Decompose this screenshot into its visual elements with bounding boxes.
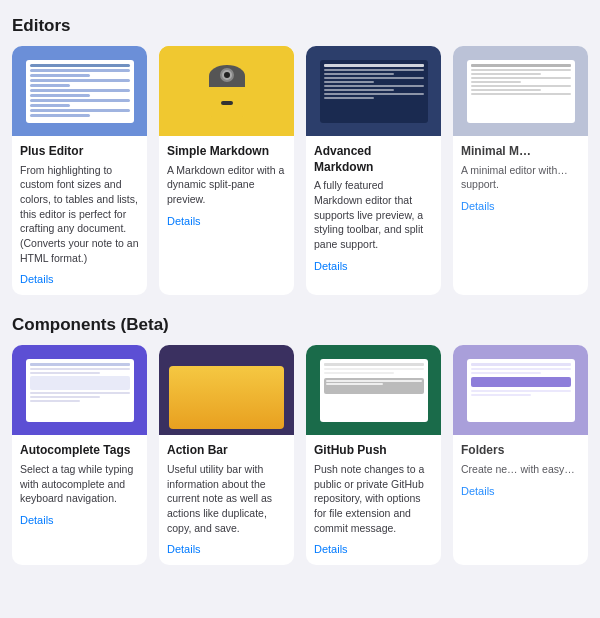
thumb-folders (453, 345, 588, 435)
folders-desc: Create ne… with easy… (461, 462, 580, 477)
page-container: Editors Plus Edito (12, 16, 588, 565)
minimal-markdown-desc: A minimal editor with… support. (461, 163, 580, 192)
thumb-plus-editor (12, 46, 147, 136)
simple-markdown-details-link[interactable]: Details (167, 215, 201, 227)
card-action-bar: Action Bar Useful utility bar with infor… (159, 345, 294, 565)
action-bar-desc: Useful utility bar with information abou… (167, 462, 286, 535)
thumb-github-push (306, 345, 441, 435)
simple-markdown-title: Simple Markdown (167, 144, 286, 160)
thumb-advanced-markdown (306, 46, 441, 136)
editors-section-title: Editors (12, 16, 588, 36)
plus-editor-title: Plus Editor (20, 144, 139, 160)
thumb-minimal-markdown (453, 46, 588, 136)
card-simple-markdown: Simple Markdown A Markdown editor with a… (159, 46, 294, 295)
github-push-title: GitHub Push (314, 443, 433, 459)
components-grid: Autocomplete Tags Select a tag while typ… (12, 345, 588, 565)
github-push-desc: Push note changes to a public or private… (314, 462, 433, 535)
advanced-markdown-desc: A fully featured Markdown editor that su… (314, 178, 433, 251)
simple-markdown-desc: A Markdown editor with a dynamic split-p… (167, 163, 286, 207)
plus-editor-desc: From highlighting to custom font sizes a… (20, 163, 139, 266)
thumb-simple-markdown (159, 46, 294, 136)
github-push-details-link[interactable]: Details (314, 543, 348, 555)
card-plus-editor: Plus Editor From highlighting to custom … (12, 46, 147, 295)
advanced-markdown-details-link[interactable]: Details (314, 260, 348, 272)
folders-title: Folders (461, 443, 580, 459)
autocomplete-tags-details-link[interactable]: Details (20, 514, 54, 526)
action-bar-details-link[interactable]: Details (167, 543, 201, 555)
card-minimal-markdown: Minimal M… A minimal editor with… suppor… (453, 46, 588, 295)
card-github-push: GitHub Push Push note changes to a publi… (306, 345, 441, 565)
folders-details-link[interactable]: Details (461, 485, 495, 497)
card-advanced-markdown: Advanced Markdown A fully featured Markd… (306, 46, 441, 295)
advanced-markdown-title: Advanced Markdown (314, 144, 433, 175)
card-folders: Folders Create ne… with easy… Details (453, 345, 588, 565)
card-autocomplete-tags: Autocomplete Tags Select a tag while typ… (12, 345, 147, 565)
action-bar-title: Action Bar (167, 443, 286, 459)
minimal-markdown-title: Minimal M… (461, 144, 580, 160)
minimal-markdown-details-link[interactable]: Details (461, 200, 495, 212)
thumb-action-bar (159, 345, 294, 435)
editors-grid: Plus Editor From highlighting to custom … (12, 46, 588, 295)
autocomplete-tags-desc: Select a tag while typing with autocompl… (20, 462, 139, 506)
autocomplete-tags-title: Autocomplete Tags (20, 443, 139, 459)
thumb-autocomplete-tags (12, 345, 147, 435)
plus-editor-details-link[interactable]: Details (20, 273, 54, 285)
components-section-title: Components (Beta) (12, 315, 588, 335)
